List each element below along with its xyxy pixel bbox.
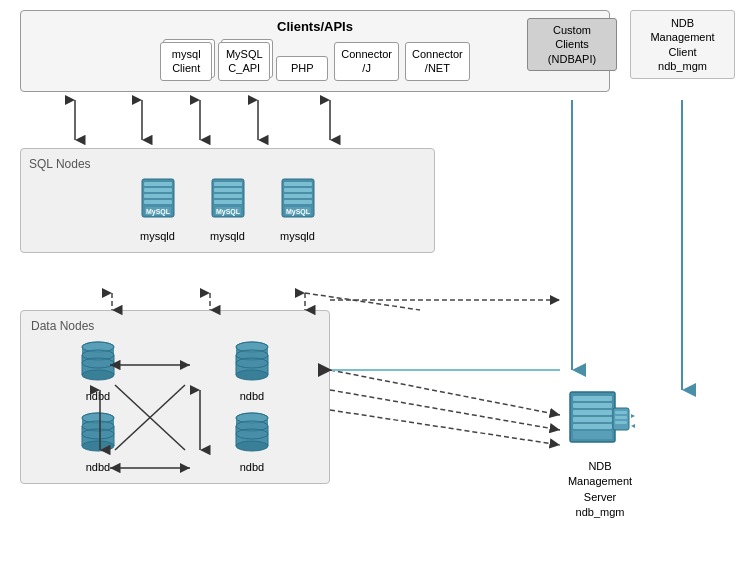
- svg-text:MySQL: MySQL: [215, 208, 240, 216]
- svg-rect-10: [214, 194, 242, 198]
- clients-apis-box: Clients/APIs mysqlClient MySQLC_API PHP …: [20, 10, 610, 92]
- svg-marker-65: [631, 424, 635, 428]
- server-icon-3: MySQL: [278, 177, 318, 227]
- svg-point-23: [82, 370, 114, 380]
- db-icon-2: [230, 339, 274, 387]
- svg-point-28: [82, 358, 114, 368]
- svg-point-44: [82, 429, 114, 439]
- sql-nodes-box: SQL Nodes MySQL mysqld: [20, 148, 435, 253]
- connector-net-item: Connector/NET: [405, 42, 470, 81]
- mysql-client-item: mysqlClient: [160, 42, 212, 81]
- sql-node-3: MySQL mysqld: [278, 177, 318, 242]
- data-node-2: ndbd: [230, 339, 274, 402]
- svg-marker-64: [631, 414, 635, 418]
- svg-line-89: [330, 410, 560, 445]
- svg-rect-58: [573, 424, 612, 429]
- mgmt-server-label: NDBManagementServerndb_mgm: [568, 459, 632, 521]
- data-node-3-label: ndbd: [86, 461, 110, 473]
- svg-rect-11: [214, 200, 242, 204]
- sql-node-2-label: mysqld: [210, 230, 245, 242]
- data-nodes-box: Data Nodes ndbd: [20, 310, 330, 484]
- svg-rect-18: [284, 200, 312, 204]
- svg-point-39: [82, 441, 114, 451]
- php-box: PHP: [276, 56, 328, 80]
- data-nodes-title: Data Nodes: [31, 319, 319, 333]
- svg-rect-4: [144, 200, 172, 204]
- svg-rect-63: [615, 421, 627, 424]
- connector-j-item: Connector/J: [334, 42, 399, 81]
- sql-nodes-row: MySQL mysqld MySQL mysqld: [29, 177, 426, 242]
- svg-rect-61: [615, 411, 627, 414]
- svg-text:MySQL: MySQL: [285, 208, 310, 216]
- svg-rect-56: [573, 410, 612, 415]
- mysql-client-box: mysqlClient: [160, 42, 212, 81]
- server-icon-1: MySQL: [138, 177, 178, 227]
- svg-rect-16: [284, 188, 312, 192]
- data-node-1: ndbd: [76, 339, 120, 402]
- svg-point-52: [236, 429, 268, 439]
- custom-clients-box: CustomClients(NDBAPI): [527, 18, 617, 71]
- sql-node-3-label: mysqld: [280, 230, 315, 242]
- connector-j-box: Connector/J: [334, 42, 399, 81]
- svg-rect-57: [573, 417, 612, 422]
- php-item: PHP: [276, 56, 328, 80]
- server-icon-2: MySQL: [208, 177, 248, 227]
- svg-rect-8: [214, 182, 242, 186]
- mysql-capi-box: MySQLC_API: [218, 42, 270, 81]
- clients-items-row: mysqlClient MySQLC_API PHP Connector/J C…: [29, 42, 601, 81]
- svg-rect-54: [573, 396, 612, 401]
- svg-rect-59: [573, 431, 612, 439]
- clients-title: Clients/APIs: [29, 19, 601, 34]
- svg-rect-2: [144, 188, 172, 192]
- svg-line-87: [330, 370, 560, 415]
- svg-rect-1: [144, 182, 172, 186]
- sql-node-1-label: mysqld: [140, 230, 175, 242]
- svg-rect-62: [615, 416, 627, 419]
- db-icon-1: [76, 339, 120, 387]
- svg-rect-15: [284, 182, 312, 186]
- svg-rect-55: [573, 403, 612, 408]
- data-node-1-label: ndbd: [86, 390, 110, 402]
- svg-point-31: [236, 370, 268, 380]
- svg-rect-3: [144, 194, 172, 198]
- svg-point-47: [236, 441, 268, 451]
- svg-line-88: [330, 390, 560, 430]
- sql-nodes-title: SQL Nodes: [29, 157, 426, 171]
- svg-line-84: [305, 293, 420, 310]
- mgmt-server: NDBManagementServerndb_mgm: [565, 390, 635, 521]
- svg-rect-9: [214, 188, 242, 192]
- db-icon-3: [76, 410, 120, 458]
- connector-net-box: Connector/NET: [405, 42, 470, 81]
- db-icon-4: [230, 410, 274, 458]
- data-node-4: ndbd: [230, 410, 274, 473]
- mgmt-server-icon: [565, 390, 635, 455]
- mgmt-client-box: NDBManagementClientndb_mgm: [630, 10, 735, 79]
- sql-node-1: MySQL mysqld: [138, 177, 178, 242]
- data-node-3: ndbd: [76, 410, 120, 473]
- mysql-capi-item: MySQLC_API: [218, 42, 270, 81]
- svg-text:MySQL: MySQL: [145, 208, 170, 216]
- architecture-diagram: Clients/APIs mysqlClient MySQLC_API PHP …: [0, 0, 750, 586]
- svg-rect-17: [284, 194, 312, 198]
- data-node-4-label: ndbd: [240, 461, 264, 473]
- data-nodes-grid: ndbd ndbd: [31, 339, 319, 473]
- svg-point-36: [236, 358, 268, 368]
- sql-node-2: MySQL mysqld: [208, 177, 248, 242]
- data-node-2-label: ndbd: [240, 390, 264, 402]
